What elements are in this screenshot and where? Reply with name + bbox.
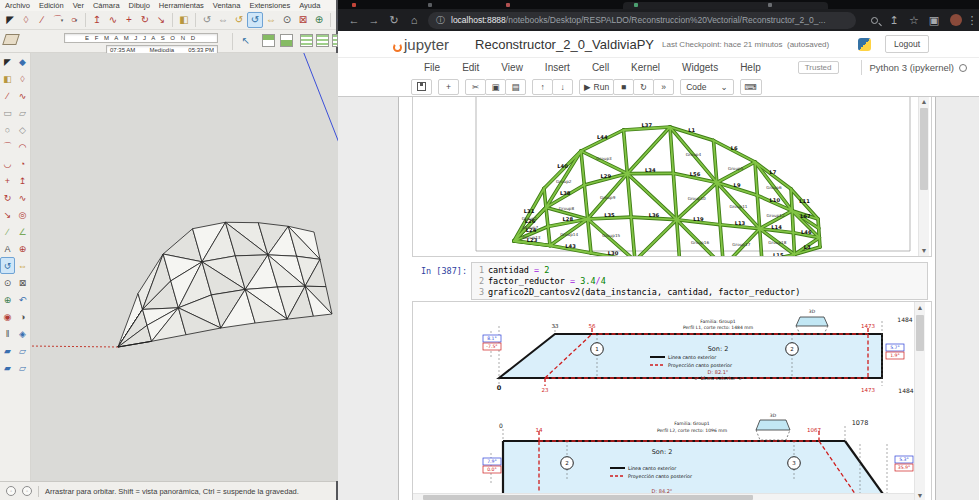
component-icon[interactable]: ◆ (15, 53, 30, 70)
credits-icon[interactable]: ◦ (22, 486, 32, 496)
orbit-tool-icon[interactable]: ↺ (231, 12, 247, 28)
jupyter-menu-insert[interactable]: Insert (545, 62, 570, 73)
pan-icon[interactable]: ⇔ (263, 12, 279, 28)
zoom-extents-icon[interactable]: ⊕ (311, 12, 327, 28)
look-around-icon[interactable]: ◑ (15, 308, 30, 325)
freehand-icon[interactable]: ∿ (15, 87, 30, 104)
output1-scrollbar[interactable]: ▲ ▼ (918, 97, 929, 256)
forward-icon[interactable]: → (364, 14, 384, 26)
notebook-title[interactable]: Reconstructor_2_0_ValdiviaPY (475, 37, 654, 52)
code-cell-input[interactable]: 123 cantidad = 2factor_reductor = 3.4/4g… (471, 262, 928, 300)
eraser-icon[interactable]: ◊ (15, 70, 30, 87)
scrollbar-thumb[interactable] (916, 315, 924, 351)
move-icon[interactable]: + (121, 12, 137, 28)
jupyter-menu-cell[interactable]: Cell (592, 62, 609, 73)
rectangle-icon[interactable]: ▭ (0, 104, 15, 121)
line-icon[interactable]: ∕ (0, 87, 15, 104)
axes-icon[interactable]: ⊕ (15, 240, 30, 257)
compass-icon[interactable]: ◈ (15, 325, 30, 342)
paint-icon[interactable]: ◧ (0, 70, 15, 87)
eraser-tool-icon[interactable] (2, 34, 20, 45)
follow-me-icon[interactable]: ∿ (105, 12, 121, 28)
paste-cell-button[interactable]: ▤ (505, 79, 526, 95)
rotate-icon[interactable]: ↻ (0, 189, 15, 206)
scrollbar-thumb[interactable] (423, 495, 753, 500)
position-camera-icon[interactable]: ◉ (0, 308, 15, 325)
walk-icon[interactable]: ‖ (0, 325, 15, 342)
scroll-down-button[interactable]: ▼ (919, 245, 929, 256)
shadow-months-slider[interactable]: E F M A M J J A S O N D (64, 33, 218, 43)
previous-icon[interactable]: ↶ (15, 291, 30, 308)
sketchup-menu-item-6[interactable]: Ventana (213, 1, 241, 10)
sketchup-menu-item-2[interactable]: Ver (73, 1, 84, 10)
output-profile-drawings[interactable]: 335614731484Familia: Group1Perfil L1, co… (412, 301, 932, 500)
jupyter-menu-edit[interactable]: Edit (462, 62, 479, 73)
orbit-icon[interactable]: ↺ (247, 12, 263, 28)
restart-kernel-button[interactable]: ↻ (633, 79, 654, 95)
scroll-up-button[interactable]: ▲ (915, 302, 925, 313)
move-cell-down-button[interactable]: ↓ (552, 79, 573, 95)
copy-cell-button[interactable]: ▣ (485, 79, 506, 95)
section-cut-icon[interactable]: ▰ (0, 359, 15, 376)
stop-kernel-button[interactable]: ■ (613, 79, 634, 95)
rotated-rectangle-icon[interactable]: ▱ (15, 104, 30, 121)
sketchup-menu-item-1[interactable]: Edición (39, 1, 64, 10)
save-button[interactable] (411, 79, 432, 95)
active-tab[interactable] (623, 2, 828, 9)
pie-icon[interactable]: ◔ (15, 155, 30, 172)
move-cell-up-button[interactable]: ↑ (532, 79, 553, 95)
three-point-arc-icon[interactable]: ◡ (0, 155, 15, 172)
jupyter-menu-widgets[interactable]: Widgets (682, 62, 718, 73)
sketchup-menu-item-8[interactable]: Ayuda (299, 1, 320, 10)
arc-icon[interactable]: ⌒▾ (50, 12, 66, 28)
code-text[interactable]: cantidad = 2factor_reductor = 3.4/4grafi… (488, 265, 800, 297)
search-icon[interactable] (864, 14, 884, 26)
sketchup-menu-item-3[interactable]: Cámara (93, 1, 120, 10)
sketchup-menu-item-0[interactable]: Archivo (5, 1, 30, 10)
bookmark-star-icon[interactable]: ☆ (904, 14, 924, 27)
home-icon[interactable]: ⌂ (404, 14, 424, 26)
sketchup-menu-item-7[interactable]: Extensiones (249, 1, 290, 10)
extensions-icon[interactable]: ▣ (924, 14, 944, 27)
fog-icon[interactable] (300, 34, 313, 47)
text-icon[interactable]: A (0, 240, 15, 257)
line-icon[interactable]: ∕ (34, 12, 50, 28)
restart-run-all-button[interactable]: » (653, 79, 674, 95)
sketchup-menu-item-5[interactable]: Herramientas (159, 1, 204, 10)
tape-measure-icon[interactable]: ∕ (0, 223, 15, 240)
reload-icon[interactable]: ↻ (384, 14, 404, 27)
protractor-icon[interactable]: ∠ (15, 223, 30, 240)
move-icon[interactable]: + (0, 172, 15, 189)
site-info-icon[interactable]: ⓘ (436, 14, 445, 27)
shadows-dialog-icon[interactable] (280, 34, 293, 47)
geolocation-icon[interactable]: ◦ (6, 486, 16, 496)
share-icon[interactable]: ↥ (884, 14, 904, 27)
run-button[interactable]: ▶ Run (579, 79, 614, 95)
circle-icon[interactable]: ○▾ (66, 12, 82, 28)
section-fill-icon[interactable]: ▱ (15, 342, 30, 359)
section-plane-icon[interactable]: ▰ (0, 342, 15, 359)
shadows-toggle-icon[interactable] (262, 34, 275, 47)
section-display-icon[interactable]: ▱ (15, 359, 30, 376)
arc-icon[interactable]: ⌒ (0, 138, 15, 155)
scale-icon[interactable]: ↘ (0, 206, 15, 223)
scroll-up-button[interactable]: ▲ (919, 97, 929, 107)
cell-type-select[interactable]: Code⌄ (680, 79, 733, 95)
menu-kebab-icon[interactable]: ⋮ (962, 14, 979, 27)
jupyter-menu-view[interactable]: View (501, 62, 523, 73)
zoom-window-icon[interactable]: ⊠ (295, 12, 311, 28)
jupyter-menu-file[interactable]: File (424, 62, 440, 73)
circle-icon[interactable]: ○ (0, 121, 15, 138)
output2-hscrollbar[interactable] (413, 493, 914, 500)
select-cursor-icon[interactable]: ↖ (238, 33, 254, 49)
output2-scrollbar[interactable]: ▲ ▼ (914, 302, 925, 500)
paint-icon[interactable]: ◧ (176, 12, 192, 28)
scroll-down-button[interactable]: ▼ (915, 490, 925, 500)
select-icon[interactable]: ◤ (0, 53, 15, 70)
scrollbar-thumb[interactable] (920, 108, 928, 190)
two-point-arc-icon[interactable]: ◠ (15, 138, 30, 155)
jupyter-menu-help[interactable]: Help (740, 62, 761, 73)
profile-avatar[interactable] (950, 14, 962, 26)
command-palette-button[interactable]: ⌨ (740, 79, 762, 95)
add-cell-button[interactable]: + (438, 79, 459, 95)
